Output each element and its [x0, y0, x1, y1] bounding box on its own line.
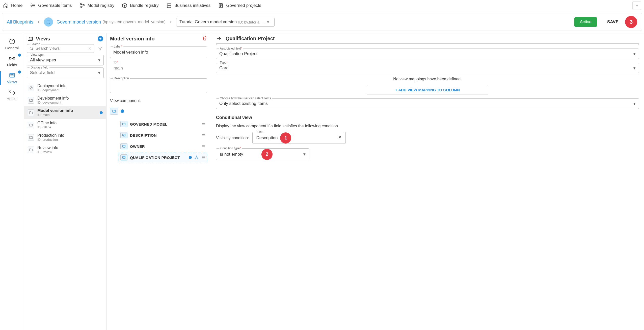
- condtype-legend: Condition type: [220, 147, 240, 150]
- modified-dot-icon: [18, 70, 21, 74]
- conditional-view-title: Conditional view: [216, 115, 639, 120]
- drag-handle-icon[interactable]: [201, 133, 205, 137]
- nav-home[interactable]: Home: [3, 3, 22, 8]
- description-field[interactable]: Description: [110, 78, 207, 93]
- vc-child-governed-model[interactable]: GOVERNED MODEL: [119, 119, 207, 129]
- middle-title: Model version info: [110, 36, 155, 42]
- view-item-development[interactable]: Development info ID: development: [24, 94, 106, 106]
- cube-icon: [122, 3, 127, 8]
- view-item-production[interactable]: Production info ID: production: [24, 131, 106, 144]
- views-icon: [9, 72, 15, 79]
- view-item-model-version[interactable]: Model version info ID: main: [24, 106, 106, 119]
- view-component-label: View component:: [110, 99, 207, 103]
- active-button[interactable]: Active: [574, 17, 597, 27]
- vc-child-qualification-project[interactable]: QUALIFICATION PROJECT: [119, 153, 207, 162]
- label-legend: Label: [114, 45, 121, 48]
- search-views-input[interactable]: Search: [27, 44, 94, 53]
- select-items-mode[interactable]: Choose how the user can select items Onl…: [216, 98, 639, 109]
- caret-down-icon: ▾: [633, 101, 636, 106]
- associated-field-select[interactable]: Associated field* Qualification Project …: [216, 49, 639, 59]
- svg-line-35: [32, 49, 33, 50]
- vc-child-description[interactable]: DESCRIPTION: [119, 130, 207, 140]
- svg-rect-26: [10, 73, 15, 77]
- text-icon: [120, 132, 127, 138]
- search-views-field[interactable]: [36, 46, 86, 51]
- type-select[interactable]: Type* Card ▾: [216, 63, 639, 73]
- nav-bundle-registry-label: Bundle registry: [130, 3, 158, 8]
- visibility-field-select[interactable]: Field Description: [252, 132, 346, 144]
- side-tab-fields[interactable]: Fields: [0, 53, 24, 69]
- middle-header: Model version info: [110, 36, 207, 42]
- view-list: Deployment info ID: deployment Developme…: [24, 82, 106, 156]
- side-tab-general[interactable]: General: [0, 36, 24, 53]
- view-item-offline[interactable]: Offline info ID: offline: [24, 119, 106, 131]
- view-item-review[interactable]: Review info ID: review: [24, 144, 106, 156]
- displays-field-select[interactable]: Displays field Select a field ▾: [27, 67, 104, 78]
- delete-view-button[interactable]: [202, 36, 207, 42]
- blueprint-icon: [44, 17, 53, 27]
- nav-model-registry[interactable]: Model registry: [79, 3, 115, 8]
- add-view-button[interactable]: +: [98, 36, 103, 41]
- clear-icon[interactable]: [88, 47, 92, 50]
- side-tab-hooks-label: Hooks: [7, 97, 17, 101]
- svg-point-28: [12, 74, 13, 75]
- chevron-right-icon: [169, 20, 173, 24]
- required-indicator: *: [117, 61, 118, 64]
- filter-button[interactable]: [96, 44, 104, 53]
- modified-dot-icon: [100, 111, 103, 114]
- breadcrumb-root[interactable]: All Blueprints: [7, 19, 33, 25]
- save-button[interactable]: SAVE: [604, 19, 622, 25]
- folder-icon: [110, 108, 118, 115]
- side-tab-fields-label: Fields: [7, 63, 17, 67]
- drag-handle-icon[interactable]: [201, 122, 205, 126]
- nav-governable-label: Governable items: [38, 3, 72, 8]
- branch-icon[interactable]: [194, 155, 199, 160]
- add-view-mapping-button[interactable]: + ADD VIEW MAPPING TO COLUMN: [367, 85, 488, 95]
- view-item-id: ID: deployment: [37, 88, 67, 92]
- breadcrumb-blueprint[interactable]: Govern model version: [57, 19, 101, 25]
- svg-rect-23: [9, 58, 11, 59]
- version-dropdown[interactable]: Tutorial Govern model version ID: bv.tut…: [176, 18, 275, 27]
- right-header: Qualification Project: [216, 36, 639, 41]
- svg-point-61: [196, 156, 197, 156]
- modified-dot-icon: [18, 54, 21, 57]
- version-name: Tutorial Govern model version: [179, 19, 237, 25]
- id-value: main: [114, 66, 204, 71]
- nav-more-button[interactable]: [632, 1, 641, 10]
- svg-rect-48: [123, 134, 125, 136]
- svg-point-32: [31, 38, 32, 38]
- nav-bundle-registry[interactable]: Bundle registry: [122, 3, 158, 8]
- side-tab-views[interactable]: Views: [0, 69, 24, 86]
- conditional-view-desc: Display the view component if a field sa…: [216, 124, 639, 128]
- svg-point-34: [30, 47, 32, 49]
- version-id: ID: bv.tutorial_...: [238, 20, 265, 24]
- vc-child-owner[interactable]: OWNER: [119, 142, 207, 151]
- nodes-icon: [79, 3, 85, 8]
- view-item-deployment[interactable]: Deployment info ID: deployment: [24, 82, 106, 94]
- svg-rect-25: [13, 58, 15, 59]
- card-icon: [120, 121, 127, 127]
- required-indicator: *: [226, 61, 228, 64]
- side-tab-hooks[interactable]: Hooks: [0, 86, 24, 103]
- label-field[interactable]: Label* Model version info: [110, 46, 207, 58]
- views-column: Views + Search View type All view types …: [24, 33, 106, 330]
- view-component-root[interactable]: [110, 108, 207, 115]
- svg-line-6: [81, 4, 83, 5]
- view-item-name: Review info: [37, 146, 58, 150]
- breadcrumb-bar: All Blueprints Govern model version (bp.…: [2, 13, 642, 31]
- nav-governable-items[interactable]: Governable items: [30, 3, 72, 8]
- clear-field-button[interactable]: [338, 135, 342, 140]
- nav-business-initiatives[interactable]: Business initiatives: [166, 3, 211, 8]
- vc-child-label: GOVERNED MODEL: [130, 122, 167, 126]
- view-item-id: ID: review: [37, 150, 58, 154]
- view-item-name: Production info: [37, 133, 64, 138]
- drag-handle-icon[interactable]: [201, 155, 205, 159]
- svg-point-3: [80, 3, 82, 5]
- visibility-condition-label: Visibility condition:: [216, 136, 249, 140]
- drag-handle-icon[interactable]: [201, 144, 205, 148]
- caret-down-icon: ▾: [633, 51, 636, 57]
- view-item-id: ID: offline: [37, 125, 57, 129]
- nav-governed-projects[interactable]: Governed projects: [218, 3, 261, 8]
- viewtype-select[interactable]: View type All view types ▾: [27, 55, 104, 65]
- vc-child-label: OWNER: [130, 144, 145, 149]
